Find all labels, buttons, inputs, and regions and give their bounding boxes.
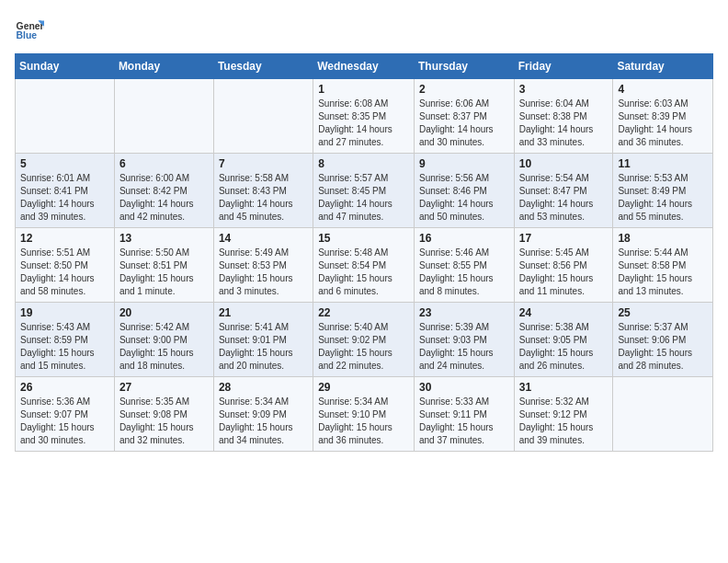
weekday-row: SundayMondayTuesdayWednesdayThursdayFrid… [16, 54, 713, 79]
calendar-cell: 11Sunrise: 5:53 AM Sunset: 8:49 PM Dayli… [613, 154, 713, 228]
calendar-cell: 4Sunrise: 6:03 AM Sunset: 8:39 PM Daylig… [613, 79, 713, 154]
calendar-cell: 24Sunrise: 5:38 AM Sunset: 9:05 PM Dayli… [514, 303, 613, 377]
calendar-cell: 5Sunrise: 6:01 AM Sunset: 8:41 PM Daylig… [16, 154, 115, 228]
calendar-week-row: 12Sunrise: 5:51 AM Sunset: 8:50 PM Dayli… [16, 228, 713, 303]
calendar-cell: 13Sunrise: 5:50 AM Sunset: 8:51 PM Dayli… [114, 228, 213, 303]
day-info: Sunrise: 6:00 AM Sunset: 8:42 PM Dayligh… [119, 172, 209, 224]
day-info: Sunrise: 5:57 AM Sunset: 8:45 PM Dayligh… [318, 172, 409, 224]
day-number: 15 [318, 232, 409, 245]
day-info: Sunrise: 5:49 AM Sunset: 8:53 PM Dayligh… [219, 247, 308, 298]
day-number: 26 [20, 381, 109, 394]
day-number: 3 [519, 83, 609, 96]
day-info: Sunrise: 5:37 AM Sunset: 9:06 PM Dayligh… [618, 321, 708, 373]
day-info: Sunrise: 5:34 AM Sunset: 9:10 PM Dayligh… [318, 396, 409, 447]
day-info: Sunrise: 5:48 AM Sunset: 8:54 PM Dayligh… [318, 247, 409, 298]
day-info: Sunrise: 5:32 AM Sunset: 9:12 PM Dayligh… [519, 396, 609, 447]
day-number: 7 [219, 157, 308, 170]
calendar-week-row: 1Sunrise: 6:08 AM Sunset: 8:35 PM Daylig… [16, 79, 713, 154]
weekday-header: Friday [514, 54, 613, 79]
calendar-cell: 18Sunrise: 5:44 AM Sunset: 8:58 PM Dayli… [613, 228, 713, 303]
day-number: 29 [318, 381, 409, 394]
day-number: 23 [419, 306, 509, 319]
day-number: 18 [618, 232, 708, 245]
day-info: Sunrise: 5:51 AM Sunset: 8:50 PM Dayligh… [20, 247, 109, 298]
day-number: 4 [618, 83, 708, 96]
calendar-cell [16, 79, 115, 154]
day-number: 12 [20, 232, 109, 245]
day-number: 6 [119, 157, 209, 170]
svg-text:Blue: Blue [17, 30, 38, 40]
calendar-cell: 26Sunrise: 5:36 AM Sunset: 9:07 PM Dayli… [16, 377, 115, 452]
day-info: Sunrise: 6:03 AM Sunset: 8:39 PM Dayligh… [618, 98, 708, 149]
day-number: 30 [419, 381, 509, 394]
calendar-cell: 27Sunrise: 5:35 AM Sunset: 9:08 PM Dayli… [114, 377, 213, 452]
day-info: Sunrise: 5:34 AM Sunset: 9:09 PM Dayligh… [219, 396, 308, 447]
day-info: Sunrise: 5:38 AM Sunset: 9:05 PM Dayligh… [519, 321, 609, 373]
day-info: Sunrise: 5:58 AM Sunset: 8:43 PM Dayligh… [219, 172, 308, 224]
day-info: Sunrise: 6:04 AM Sunset: 8:38 PM Dayligh… [519, 98, 609, 149]
day-number: 25 [618, 306, 708, 319]
day-number: 8 [318, 157, 409, 170]
svg-text:General: General [17, 21, 44, 31]
day-number: 10 [519, 157, 609, 170]
calendar-cell: 20Sunrise: 5:42 AM Sunset: 9:00 PM Dayli… [114, 303, 213, 377]
day-info: Sunrise: 5:53 AM Sunset: 8:49 PM Dayligh… [618, 172, 708, 224]
calendar-cell: 31Sunrise: 5:32 AM Sunset: 9:12 PM Dayli… [514, 377, 613, 452]
calendar-cell: 6Sunrise: 6:00 AM Sunset: 8:42 PM Daylig… [114, 154, 213, 228]
day-info: Sunrise: 5:39 AM Sunset: 9:03 PM Dayligh… [419, 321, 509, 373]
calendar-week-row: 5Sunrise: 6:01 AM Sunset: 8:41 PM Daylig… [16, 154, 713, 228]
calendar-cell: 29Sunrise: 5:34 AM Sunset: 9:10 PM Dayli… [313, 377, 415, 452]
day-number: 1 [318, 83, 409, 96]
calendar-cell: 3Sunrise: 6:04 AM Sunset: 8:38 PM Daylig… [514, 79, 613, 154]
day-info: Sunrise: 5:42 AM Sunset: 9:00 PM Dayligh… [119, 321, 209, 373]
calendar-cell [613, 377, 713, 452]
day-number: 31 [519, 381, 609, 394]
calendar-cell: 9Sunrise: 5:56 AM Sunset: 8:46 PM Daylig… [414, 154, 514, 228]
calendar-cell: 21Sunrise: 5:41 AM Sunset: 9:01 PM Dayli… [213, 303, 313, 377]
day-number: 21 [219, 306, 308, 319]
day-info: Sunrise: 6:06 AM Sunset: 8:37 PM Dayligh… [419, 98, 509, 149]
day-info: Sunrise: 5:46 AM Sunset: 8:55 PM Dayligh… [419, 247, 509, 298]
weekday-header: Monday [114, 54, 213, 79]
calendar-body: 1Sunrise: 6:08 AM Sunset: 8:35 PM Daylig… [16, 79, 713, 452]
calendar-cell: 14Sunrise: 5:49 AM Sunset: 8:53 PM Dayli… [213, 228, 313, 303]
day-info: Sunrise: 5:56 AM Sunset: 8:46 PM Dayligh… [419, 172, 509, 224]
page-header: General Blue [15, 15, 713, 44]
day-number: 11 [618, 157, 708, 170]
day-info: Sunrise: 5:54 AM Sunset: 8:47 PM Dayligh… [519, 172, 609, 224]
day-number: 27 [119, 381, 209, 394]
calendar-cell [114, 79, 213, 154]
day-info: Sunrise: 5:50 AM Sunset: 8:51 PM Dayligh… [119, 247, 209, 298]
calendar-cell: 7Sunrise: 5:58 AM Sunset: 8:43 PM Daylig… [213, 154, 313, 228]
day-number: 13 [119, 232, 209, 245]
weekday-header: Wednesday [313, 54, 415, 79]
day-info: Sunrise: 5:35 AM Sunset: 9:08 PM Dayligh… [119, 396, 209, 447]
calendar-cell: 30Sunrise: 5:33 AM Sunset: 9:11 PM Dayli… [414, 377, 514, 452]
day-info: Sunrise: 5:44 AM Sunset: 8:58 PM Dayligh… [618, 247, 708, 298]
day-number: 5 [20, 157, 109, 170]
weekday-header: Thursday [414, 54, 514, 79]
logo: General Blue [15, 15, 44, 44]
calendar-cell [213, 79, 313, 154]
day-info: Sunrise: 5:33 AM Sunset: 9:11 PM Dayligh… [419, 396, 509, 447]
calendar-cell: 28Sunrise: 5:34 AM Sunset: 9:09 PM Dayli… [213, 377, 313, 452]
calendar-cell: 22Sunrise: 5:40 AM Sunset: 9:02 PM Dayli… [313, 303, 415, 377]
calendar-cell: 19Sunrise: 5:43 AM Sunset: 8:59 PM Dayli… [16, 303, 115, 377]
weekday-header: Tuesday [213, 54, 313, 79]
day-number: 2 [419, 83, 509, 96]
logo-icon: General Blue [15, 15, 44, 44]
day-info: Sunrise: 5:41 AM Sunset: 9:01 PM Dayligh… [219, 321, 308, 373]
day-number: 28 [219, 381, 308, 394]
calendar-cell: 12Sunrise: 5:51 AM Sunset: 8:50 PM Dayli… [16, 228, 115, 303]
day-number: 17 [519, 232, 609, 245]
calendar-cell: 10Sunrise: 5:54 AM Sunset: 8:47 PM Dayli… [514, 154, 613, 228]
day-number: 14 [219, 232, 308, 245]
day-info: Sunrise: 5:36 AM Sunset: 9:07 PM Dayligh… [20, 396, 109, 447]
day-number: 16 [419, 232, 509, 245]
calendar-cell: 2Sunrise: 6:06 AM Sunset: 8:37 PM Daylig… [414, 79, 514, 154]
calendar-cell: 8Sunrise: 5:57 AM Sunset: 8:45 PM Daylig… [313, 154, 415, 228]
calendar-header: SundayMondayTuesdayWednesdayThursdayFrid… [16, 54, 713, 79]
calendar-table: SundayMondayTuesdayWednesdayThursdayFrid… [15, 53, 713, 452]
calendar-week-row: 19Sunrise: 5:43 AM Sunset: 8:59 PM Dayli… [16, 303, 713, 377]
day-number: 24 [519, 306, 609, 319]
